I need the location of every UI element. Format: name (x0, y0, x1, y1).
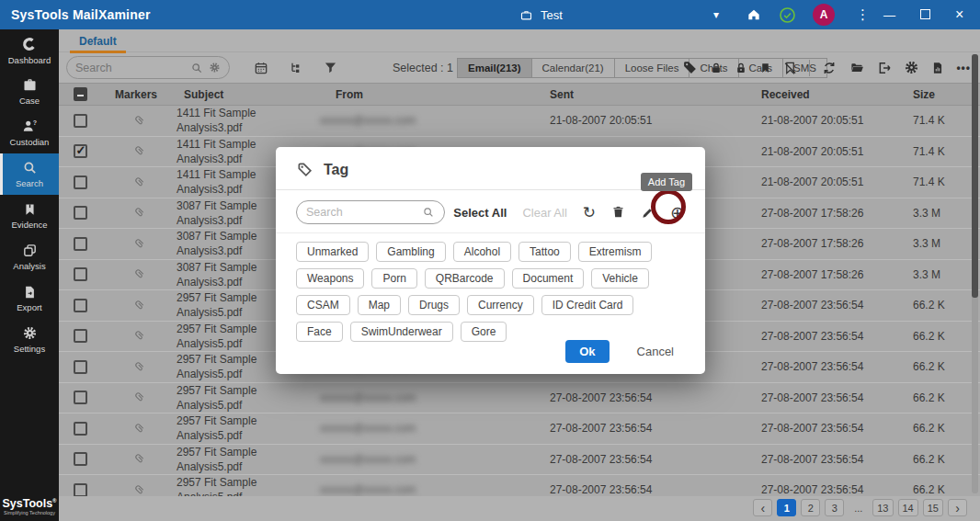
calendar-icon[interactable] (254, 61, 268, 75)
select-all-checkbox[interactable] (74, 87, 87, 101)
ok-button[interactable]: Ok (565, 340, 609, 363)
cancel-button[interactable]: Cancel (637, 345, 674, 358)
tag-chip-gore[interactable]: Gore (461, 322, 507, 342)
page-2[interactable]: 2 (801, 499, 820, 516)
kebab-menu-icon[interactable]: ⋮ (856, 6, 870, 23)
row-checkbox[interactable] (74, 391, 87, 404)
search-settings-gear-icon[interactable] (209, 62, 221, 74)
row-checkbox[interactable] (74, 452, 87, 466)
refresh-icon[interactable]: ↻ (583, 205, 596, 221)
edit-tag-icon[interactable] (641, 206, 655, 220)
bookmark-icon[interactable] (759, 61, 771, 75)
delete-tag-icon[interactable] (611, 205, 625, 220)
col-sent[interactable]: Sent (539, 88, 743, 101)
tag-chip-map[interactable]: Map (358, 295, 401, 315)
row-checkbox[interactable] (74, 114, 87, 128)
more-icon[interactable]: ••• (956, 62, 971, 74)
page-next[interactable]: › (948, 499, 967, 516)
select-all-link[interactable]: Select All (453, 206, 507, 220)
col-size[interactable]: Size (897, 88, 980, 101)
col-subject[interactable]: Subject (177, 88, 320, 101)
tag-chip-drugs[interactable]: Drugs (408, 295, 460, 315)
row-checkbox[interactable] (74, 329, 87, 343)
vertical-scrollbar[interactable] (972, 54, 978, 493)
table-row[interactable]: 2957 Fit Sample Analysis5.pdfxxxxxx@xxxx… (59, 383, 980, 414)
sidebar-item-dashboard[interactable]: Dashboard (0, 29, 59, 71)
tag-chip-weapons[interactable]: Weapons (296, 268, 364, 289)
tag-chip-document[interactable]: Document (512, 268, 585, 289)
row-checkbox[interactable] (74, 360, 87, 374)
sidebar-item-analysis[interactable]: Analysis (0, 236, 59, 277)
filter-loose-files[interactable]: Loose Files (615, 58, 690, 78)
tag-chip-currency[interactable]: Currency (467, 295, 534, 315)
tag-search-input[interactable] (306, 206, 416, 219)
tag-chip-csam[interactable]: CSAM (296, 295, 350, 315)
minimize-icon[interactable]: — (883, 8, 895, 22)
page-13[interactable]: 13 (872, 499, 893, 516)
gear-icon[interactable] (904, 60, 919, 75)
tag-chip-extremism[interactable]: Extremism (578, 242, 653, 262)
add-tag-icon[interactable]: ⊕ (670, 204, 685, 221)
report-icon[interactable] (931, 61, 944, 75)
bookmark-remove-icon[interactable] (783, 61, 797, 75)
page-14[interactable]: 14 (898, 499, 918, 516)
search-input[interactable] (75, 62, 185, 74)
sidebar-item-evidence[interactable]: Evidence (0, 195, 59, 236)
row-checkbox[interactable] (74, 206, 87, 220)
signout-icon[interactable] (877, 61, 892, 75)
tag-chip-swimunderwear[interactable]: SwimUnderwear (350, 322, 453, 342)
row-checkbox[interactable] (74, 237, 87, 251)
table-row[interactable]: 2957 Fit Sample Analysis5.pdfxxxxxx@xxxx… (59, 475, 980, 496)
sync-icon[interactable] (822, 61, 837, 75)
page-1[interactable]: 1 (777, 499, 796, 516)
tag-chip-id-credit-card[interactable]: ID Credit Card (541, 295, 634, 315)
tag-chip-unmarked[interactable]: Unmarked (296, 242, 369, 262)
col-from[interactable]: From (320, 88, 539, 101)
col-markers[interactable]: Markers (101, 88, 177, 101)
tag-chip-gambling[interactable]: Gambling (376, 242, 445, 262)
tag-chip-alcohol[interactable]: Alcohol (453, 242, 511, 262)
filter-calendar[interactable]: Calendar(21) (532, 58, 615, 78)
table-row[interactable]: 1411 Fit Sample Analysis3.pdfxxxxxx@xxxx… (59, 106, 980, 137)
lock-alt-icon[interactable] (735, 61, 747, 75)
tag-chip-porn[interactable]: Porn (371, 268, 416, 289)
sidebar-item-settings[interactable]: Settings (0, 319, 59, 360)
close-icon[interactable]: × (955, 6, 963, 23)
tab-default[interactable]: Default (74, 35, 122, 51)
row-checkbox[interactable] (74, 144, 87, 158)
tag-chip-face[interactable]: Face (296, 322, 343, 342)
search-icon[interactable] (190, 62, 203, 74)
filter-email[interactable]: Email(213) (457, 58, 532, 78)
check-circle-icon[interactable] (779, 6, 796, 24)
tag-icon[interactable] (682, 60, 698, 75)
row-checkbox[interactable] (74, 267, 87, 281)
page-15[interactable]: 15 (923, 499, 943, 516)
case-selector[interactable]: Test (519, 8, 563, 22)
scrollbar-thumb[interactable] (972, 54, 978, 298)
maximize-icon[interactable] (920, 6, 930, 23)
sidebar-item-export[interactable]: Export (0, 277, 59, 319)
row-checkbox[interactable] (74, 299, 87, 312)
lock-icon[interactable] (710, 61, 723, 75)
table-row[interactable]: 2957 Fit Sample Analysis5.pdfxxxxxx@xxxx… (59, 445, 980, 476)
sidebar-item-search[interactable]: Search (0, 153, 59, 195)
table-row[interactable]: 2957 Fit Sample Analysis5.pdfxxxxxx@xxxx… (59, 413, 980, 445)
tag-chip-vehicle[interactable]: Vehicle (591, 268, 649, 289)
row-checkbox[interactable] (74, 176, 87, 189)
home-icon[interactable] (746, 7, 761, 22)
caret-down-icon[interactable]: ▾ (713, 8, 719, 21)
tree-view-icon[interactable] (289, 61, 303, 75)
row-checkbox[interactable] (74, 422, 87, 436)
folder-open-icon[interactable] (849, 61, 865, 74)
sidebar-item-case[interactable]: Case (0, 71, 59, 112)
clear-all-link[interactable]: Clear All (522, 206, 566, 220)
row-checkbox[interactable] (74, 483, 87, 496)
page-3[interactable]: 3 (825, 499, 844, 516)
tag-chip-qrbarcode[interactable]: QRBarcode (425, 268, 505, 289)
col-received[interactable]: Received (743, 88, 897, 101)
tag-chip-tattoo[interactable]: Tattoo (518, 242, 571, 262)
avatar[interactable]: A (813, 4, 835, 26)
filter-icon[interactable] (324, 61, 337, 74)
sidebar-item-custodian[interactable]: ?Custodian (0, 112, 59, 153)
page-prev[interactable]: ‹ (753, 499, 772, 516)
